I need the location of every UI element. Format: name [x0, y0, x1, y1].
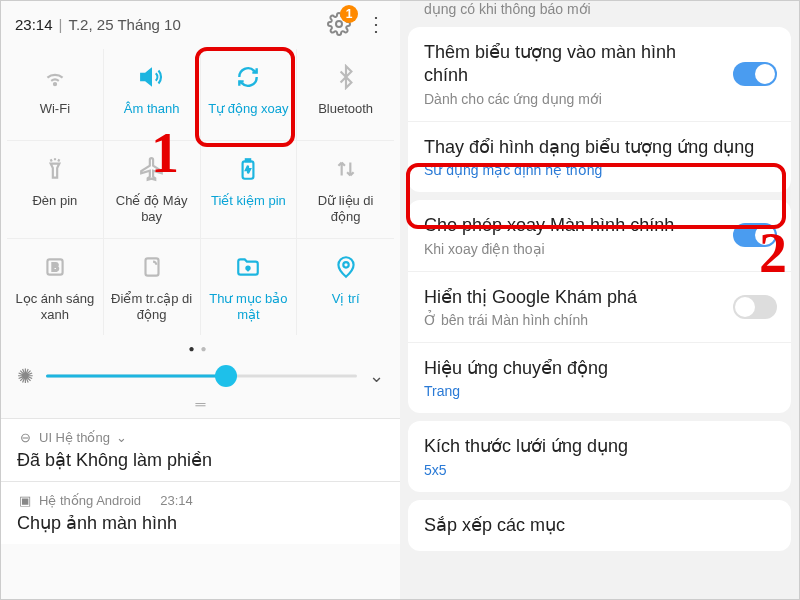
qs-wifi[interactable]: Wi-Fi [7, 49, 104, 141]
settings-badge: 1 [340, 5, 358, 23]
overflow-menu-icon[interactable]: ⋮ [366, 14, 386, 34]
date-label: T.2, 25 Tháng 10 [68, 16, 180, 33]
svg-point-1 [54, 83, 56, 85]
qs-battery-saver[interactable]: Tiết kiệm pin [201, 141, 298, 239]
bluetooth-icon [332, 63, 360, 91]
clock-time: 23:14 [15, 16, 53, 33]
qs-secure-folder[interactable]: Thư mục bảo mật [201, 239, 298, 336]
svg-text:B: B [51, 261, 58, 273]
toggle-switch[interactable] [733, 223, 777, 247]
cutoff-text: dụng có khi thông báo mới [408, 1, 791, 19]
hotspot-icon [138, 253, 166, 281]
brightness-row: ✺ ⌄ [1, 358, 400, 396]
chevron-down-icon: ⌄ [116, 430, 127, 445]
setting-google-discover[interactable]: Hiển thị Google Khám phá Ở bên trái Màn … [408, 272, 791, 343]
sound-icon [138, 63, 166, 91]
svg-point-6 [247, 266, 250, 269]
qs-hotspot[interactable]: Điểm tr.cập di động [104, 239, 201, 336]
quick-settings-grid: Wi-Fi Âm thanh Tự động xoay Bluetooth Đè… [7, 49, 394, 335]
toggle-switch[interactable] [733, 295, 777, 319]
setting-icon-shape[interactable]: Thay đổi hình dạng biểu tượng ứng dụng S… [408, 122, 791, 192]
brightness-icon: ✺ [17, 364, 34, 388]
setting-transition-effect[interactable]: Hiệu ứng chuyển động Trang [408, 343, 791, 413]
setting-add-icon-home[interactable]: Thêm biểu tượng vào màn hình chính Dành … [408, 27, 791, 122]
rotate-icon [234, 63, 262, 91]
notification-dnd[interactable]: ⊖UI Hệ thống ⌄ Đã bật Không làm phiền [1, 418, 400, 481]
qs-blue-light[interactable]: B Lọc ánh sáng xanh [7, 239, 104, 336]
qs-auto-rotate[interactable]: Tự động xoay [201, 49, 298, 141]
drag-handle[interactable]: ═ [1, 396, 400, 418]
svg-rect-5 [145, 258, 158, 275]
page-indicator: ●● [1, 335, 400, 358]
setting-allow-rotate-home[interactable]: Cho phép xoay Màn hình chính Khi xoay đi… [408, 200, 791, 271]
location-icon [332, 253, 360, 281]
battery-icon [234, 155, 262, 183]
toggle-switch[interactable] [733, 62, 777, 86]
secure-folder-icon [234, 253, 262, 281]
setting-sort-items[interactable]: Sắp xếp các mục [408, 500, 791, 551]
image-icon: ▣ [17, 492, 33, 508]
qs-sound[interactable]: Âm thanh [104, 49, 201, 141]
setting-grid-size[interactable]: Kích thước lưới ứng dụng 5x5 [408, 421, 791, 491]
qs-bluetooth[interactable]: Bluetooth [297, 49, 394, 141]
dnd-icon: ⊖ [17, 429, 33, 445]
status-bar: 23:14 | T.2, 25 Tháng 10 1 ⋮ [1, 1, 400, 43]
data-icon [332, 155, 360, 183]
bluelight-icon: B [41, 253, 69, 281]
airplane-icon [138, 155, 166, 183]
notification-screenshot[interactable]: ▣Hệ thống Android 23:14 Chụp ảnh màn hìn… [1, 481, 400, 544]
qs-airplane[interactable]: Chế độ Máy bay [104, 141, 201, 239]
qs-location[interactable]: Vị trí [297, 239, 394, 336]
qs-flashlight[interactable]: Đèn pin [7, 141, 104, 239]
qs-mobile-data[interactable]: Dữ liệu di động [297, 141, 394, 239]
wifi-icon [41, 63, 69, 91]
svg-point-7 [343, 262, 348, 267]
brightness-slider[interactable] [46, 366, 357, 386]
chevron-down-icon[interactable]: ⌄ [369, 365, 384, 387]
settings-gear-icon[interactable]: 1 [326, 11, 352, 37]
flashlight-icon [41, 155, 69, 183]
svg-point-0 [336, 21, 342, 27]
